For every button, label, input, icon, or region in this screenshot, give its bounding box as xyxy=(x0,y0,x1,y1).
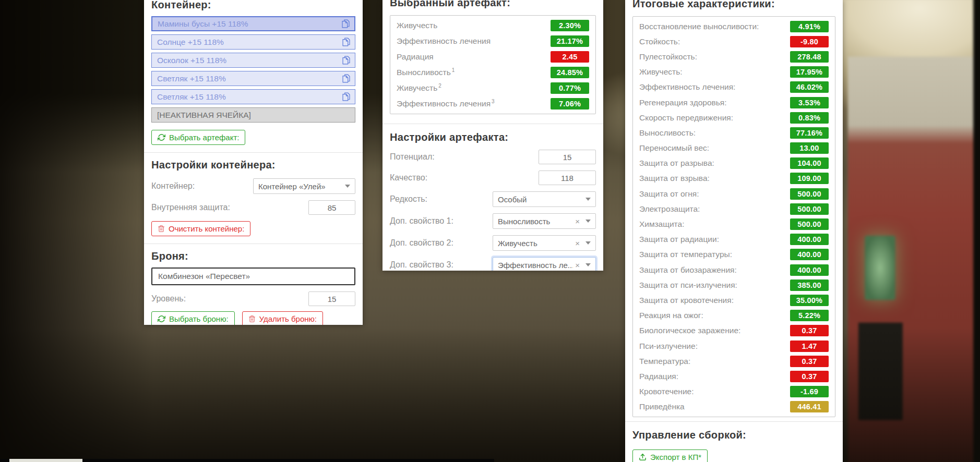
copy-icon[interactable] xyxy=(342,55,351,65)
stat-label: Радиация xyxy=(397,52,434,62)
copy-icon[interactable] xyxy=(342,92,351,102)
refresh-icon xyxy=(158,133,165,141)
stat-label: Защита от пси-излучения: xyxy=(639,281,737,290)
stat-value-badge: -9.80 xyxy=(790,36,829,47)
container-slot[interactable]: Мамины бусы +15 118% xyxy=(151,16,355,31)
armor-title: Броня: xyxy=(151,250,355,262)
artifact-settings-title: Настройки артефакта: xyxy=(390,131,596,143)
selected-artifact-panel: Выбранный артефакт: Живучесть 2.30% Эффе… xyxy=(383,0,603,271)
select-artifact-button[interactable]: Выбрать артефакт: xyxy=(151,130,245,145)
totals-stats-box: Восстановление выносливости: 4.91% Стойк… xyxy=(632,16,835,417)
stat-row: Защита от температуры: 400.00 xyxy=(639,247,829,262)
extra-property-3-value: Эффективность ле... xyxy=(498,261,573,270)
divider xyxy=(625,421,843,422)
stat-row: Выносливость: 77.16% xyxy=(639,125,829,140)
stat-row: Выносливость1 24.85% xyxy=(397,65,589,80)
stat-label: Эффективность лечения: xyxy=(639,82,735,92)
totals-title: Итоговые характеристики: xyxy=(632,0,835,10)
rarity-label: Редкость: xyxy=(390,194,427,204)
armor-name-input[interactable] xyxy=(151,268,355,285)
container-slot[interactable]: Светляк +15 118% xyxy=(151,89,355,104)
stat-value-badge: 104.00 xyxy=(790,157,829,169)
chevron-down-icon xyxy=(585,241,591,245)
stat-label: Химзащита: xyxy=(639,220,684,229)
armor-level-row: Уровень: xyxy=(151,291,355,306)
copy-icon[interactable] xyxy=(342,74,351,83)
stat-label: Реакция на ожог: xyxy=(639,311,703,320)
extra-property-1-row: Доп. свойство 1: Выносливость × xyxy=(390,213,596,229)
armor-buttons-row: Выбрать броню: Удалить броню: xyxy=(151,311,355,325)
clear-container-label: Очистить контейнер: xyxy=(169,224,244,233)
divider xyxy=(383,124,603,124)
extra-property-3-label: Доп. свойство 3: xyxy=(390,260,453,270)
rarity-select[interactable]: Особый xyxy=(493,191,596,207)
chevron-down-icon xyxy=(345,185,350,188)
stat-row: Защита от пси-излучения: 385.00 xyxy=(639,277,829,293)
extra-property-2-select[interactable]: Живучесть × xyxy=(493,235,596,251)
stat-row: Восстановление выносливости: 4.91% xyxy=(639,19,829,34)
stat-row: Пси-излучение: 1.47 xyxy=(639,338,829,354)
stat-row: Эффективность лечения 21.17% xyxy=(397,33,589,49)
stat-label: Стойкость: xyxy=(639,37,680,46)
stat-label: Эффективность лечения xyxy=(397,37,491,46)
stat-value-badge: 17.95% xyxy=(790,66,829,78)
extra-property-1-label: Доп. свойство 1: xyxy=(390,216,453,226)
stat-row: Реакция на ожог: 5.22% xyxy=(639,308,829,323)
stat-value-badge: 13.00 xyxy=(790,142,829,154)
assembly-title: Управление сборкой: xyxy=(632,429,835,441)
stat-row: Защита от биозаражения: 400.00 xyxy=(639,262,829,277)
clear-container-button[interactable]: Очистить контейнер: xyxy=(151,221,250,236)
inner-protection-row: Внутренняя защита: xyxy=(151,200,355,215)
stat-value-badge: 2.30% xyxy=(551,20,589,31)
copy-icon[interactable] xyxy=(342,37,351,47)
container-slot[interactable]: Светляк +15 118% xyxy=(151,71,355,86)
stat-label: Защита от взрыва: xyxy=(639,174,710,183)
clear-x-icon[interactable]: × xyxy=(575,261,580,269)
stat-row: Живучесть: 17.95% xyxy=(639,65,829,80)
extra-property-3-row: Доп. свойство 3: Эффективность ле... × xyxy=(390,257,596,271)
stat-label: Защита от кровотечения: xyxy=(639,296,734,305)
extra-property-1-value: Выносливость xyxy=(498,217,573,226)
stat-label: Переносимый вес: xyxy=(639,143,709,153)
potential-input[interactable] xyxy=(539,150,596,164)
stat-value-badge: 0.37 xyxy=(790,325,829,336)
stat-label: Регенерация здоровья: xyxy=(639,98,727,107)
stat-value-badge: 400.00 xyxy=(790,249,829,260)
extra-property-3-select[interactable]: Эффективность ле... × xyxy=(493,257,596,271)
stat-row: Электрозащита: 500.00 xyxy=(639,201,829,216)
refresh-icon xyxy=(158,315,165,323)
quality-input[interactable] xyxy=(539,171,596,185)
select-armor-button[interactable]: Выбрать броню: xyxy=(151,311,235,325)
export-button[interactable]: Экспорт в КП* xyxy=(632,449,708,462)
delete-armor-button[interactable]: Удалить броню: xyxy=(242,311,323,325)
extra-property-1-select[interactable]: Выносливость × xyxy=(493,213,596,229)
inactive-slot-label: [НЕАКТИВНАЯ ЯЧЕЙКА] xyxy=(157,111,251,120)
potential-row: Потенциал: xyxy=(390,150,596,164)
stat-value-badge: 21.17% xyxy=(551,35,589,47)
stat-label: Защита от биозаражения: xyxy=(639,265,737,275)
container-title: Контейнер: xyxy=(151,0,355,11)
stat-label: Биологическое заражение: xyxy=(639,326,740,335)
stat-value-badge: 500.00 xyxy=(790,203,829,215)
stat-row: Химзащита: 500.00 xyxy=(639,216,829,232)
container-slot[interactable]: Солнце +15 118% xyxy=(151,34,355,50)
stat-row: Пулестойкость: 278.48 xyxy=(639,49,829,64)
trash-icon xyxy=(158,225,165,233)
stat-label: Пулестойкость: xyxy=(639,52,697,62)
armor-level-input[interactable] xyxy=(308,291,355,306)
inner-protection-input[interactable] xyxy=(308,200,355,215)
stat-label: Живучесть2 xyxy=(397,83,441,93)
stat-value-badge: 500.00 xyxy=(790,218,829,230)
clear-x-icon[interactable]: × xyxy=(575,239,580,247)
copy-icon[interactable] xyxy=(341,19,350,29)
delete-armor-label: Удалить броню: xyxy=(259,314,317,323)
stat-value-badge: 77.16% xyxy=(790,127,829,139)
clear-x-icon[interactable]: × xyxy=(575,217,580,225)
stat-row: Живучесть 2.30% xyxy=(397,18,589,33)
container-select[interactable]: Контейнер «Улей» xyxy=(253,178,355,194)
stat-value-badge: 24.85% xyxy=(551,67,589,78)
background-right-edge xyxy=(973,0,980,462)
stat-row: Радиация 2.45 xyxy=(397,49,589,65)
stat-value-badge: 385.00 xyxy=(790,279,829,291)
container-slot[interactable]: Осколок +15 118% xyxy=(151,53,355,68)
